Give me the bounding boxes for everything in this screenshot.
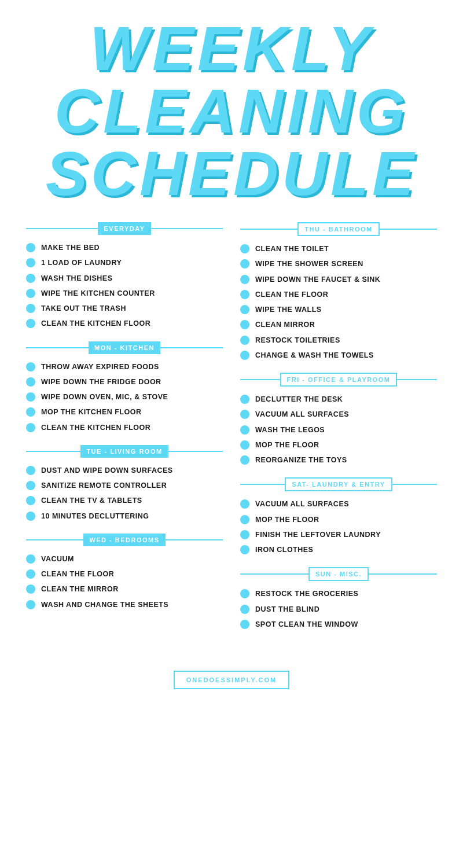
task-text: CLEAN THE FLOOR [255, 290, 328, 299]
list-item: MAKE THE BED [26, 243, 223, 252]
title-section: WEEKLY CLEANING SCHEDULE [0, 0, 463, 216]
list-item: TAKE OUT THE TRASH [26, 304, 223, 313]
header-line-left [26, 539, 83, 540]
task-text: WASH AND CHANGE THE SHEETS [41, 600, 168, 609]
header-line-left [26, 228, 98, 229]
header-line-right [168, 451, 223, 452]
section-tue: TUE - LIVING ROOM DUST AND WIPE DOWN SUR… [26, 445, 223, 521]
list-item: DECLUTTER THE DESK [240, 395, 437, 404]
task-dot [26, 407, 35, 417]
task-text: SPOT CLEAN THE WINDOW [255, 620, 358, 629]
header-line-right [369, 573, 437, 575]
task-dot [26, 554, 35, 564]
list-item: SANITIZE REMOTE CONTROLLER [26, 481, 223, 490]
task-dot [240, 244, 249, 253]
task-text: RESTOCK TOILETRIES [255, 336, 340, 345]
list-item: CLEAN THE TOILET [240, 244, 437, 253]
list-item: VACUUM [26, 554, 223, 564]
wed-badge: WED - BEDROOMS [83, 534, 165, 546]
task-dot [240, 410, 249, 419]
task-dot [240, 351, 249, 360]
task-text: 10 MINUTES DECLUTTERING [41, 512, 149, 521]
list-item: CHANGE & WASH THE TOWELS [240, 351, 437, 360]
task-text: WIPE DOWN THE FAUCET & SINK [255, 275, 380, 284]
list-item: RESTOCK TOILETRIES [240, 336, 437, 345]
task-dot [26, 362, 35, 372]
task-text: WASH THE LEGOS [255, 425, 325, 435]
mon-tasks: THROW AWAY EXPIRED FOODS WIPE DOWN THE F… [26, 362, 223, 432]
task-text: IRON CLOTHES [255, 545, 313, 554]
section-header-tue: TUE - LIVING ROOM [26, 445, 223, 458]
task-text: CHANGE & WASH THE TOWELS [255, 351, 374, 360]
task-text: DUST THE BLIND [255, 605, 319, 614]
header-line-right [380, 229, 437, 230]
right-column: THU - BATHROOM CLEAN THE TOILET WIPE THE… [232, 222, 446, 642]
footer: ONEDOESSIMPLY.COM [0, 659, 463, 701]
section-sat: SAT- LAUNDRY & ENTRY VACUUM ALL SURFACES… [240, 477, 437, 554]
title-line2: CLEANING [23, 80, 440, 142]
task-text: WASH THE DISHES [41, 274, 113, 283]
everyday-badge: EVERYDAY [98, 222, 150, 235]
fri-badge: FRI - OFFICE & PLAYROOM [280, 373, 398, 387]
list-item: WIPE DOWN THE FRIDGE DOOR [26, 377, 223, 387]
section-header-everyday: EVERYDAY [26, 222, 223, 235]
task-text: WIPE DOWN OVEN, MIC, & STOVE [41, 392, 168, 402]
header-line-left [26, 451, 80, 452]
list-item: CLEAN THE FLOOR [26, 569, 223, 579]
task-dot [240, 440, 249, 450]
task-dot [240, 455, 249, 465]
header-line-left [240, 484, 285, 485]
task-dot [26, 512, 35, 521]
task-text: MOP THE FLOOR [255, 515, 319, 524]
list-item: DUST THE BLIND [240, 605, 437, 614]
list-item: 1 LOAD OF LAUNDRY [26, 258, 223, 267]
task-dot [240, 259, 249, 269]
task-text: VACUUM [41, 554, 74, 564]
list-item: CLEAN THE KITCHEN FLOOR [26, 319, 223, 328]
task-dot [26, 584, 35, 594]
task-dot [26, 243, 35, 252]
list-item: VACUUM ALL SURFACES [240, 410, 437, 419]
section-header-wed: WED - BEDROOMS [26, 534, 223, 546]
sat-tasks: VACUUM ALL SURFACES MOP THE FLOOR FINISH… [240, 499, 437, 554]
task-dot [240, 425, 249, 435]
task-text: WIPE THE SHOWER SCREEN [255, 259, 363, 269]
task-text: SANITIZE REMOTE CONTROLLER [41, 481, 167, 490]
task-text: WIPE DOWN THE FRIDGE DOOR [41, 377, 161, 387]
task-dot [26, 423, 35, 432]
list-item: WASH THE LEGOS [240, 425, 437, 435]
task-text: WIPE THE WALLS [255, 305, 322, 314]
list-item: DUST AND WIPE DOWN SURFACES [26, 466, 223, 475]
header-line-right [397, 379, 437, 380]
task-dot [26, 377, 35, 387]
task-text: THROW AWAY EXPIRED FOODS [41, 362, 159, 372]
task-text: CLEAN THE KITCHEN FLOOR [41, 319, 150, 328]
task-dot [240, 545, 249, 554]
list-item: WIPE THE WALLS [240, 305, 437, 314]
header-line-left [240, 573, 308, 575]
everyday-tasks: MAKE THE BED 1 LOAD OF LAUNDRY WASH THE … [26, 243, 223, 329]
task-dot [240, 275, 249, 284]
task-text: WIPE THE KITCHEN COUNTER [41, 289, 155, 298]
task-dot [240, 395, 249, 404]
list-item: FINISH THE LEFTOVER LAUNDRY [240, 530, 437, 539]
section-header-sun: SUN - MISC. [240, 567, 437, 581]
list-item: 10 MINUTES DECLUTTERING [26, 512, 223, 521]
sat-badge: SAT- LAUNDRY & ENTRY [285, 477, 392, 491]
task-text: CLEAN THE TOILET [255, 244, 329, 253]
section-header-mon: MON - KITCHEN [26, 341, 223, 354]
section-header-thu: THU - BATHROOM [240, 222, 437, 236]
list-item: VACUUM ALL SURFACES [240, 499, 437, 509]
task-text: MAKE THE BED [41, 243, 100, 252]
task-text: DECLUTTER THE DESK [255, 395, 343, 404]
sun-badge: SUN - MISC. [308, 567, 369, 581]
section-thu: THU - BATHROOM CLEAN THE TOILET WIPE THE… [240, 222, 437, 360]
section-mon: MON - KITCHEN THROW AWAY EXPIRED FOODS W… [26, 341, 223, 432]
list-item: WIPE DOWN THE FAUCET & SINK [240, 275, 437, 284]
task-text: DUST AND WIPE DOWN SURFACES [41, 466, 173, 475]
list-item: MOP THE FLOOR [240, 515, 437, 524]
task-dot [26, 304, 35, 313]
list-item: THROW AWAY EXPIRED FOODS [26, 362, 223, 372]
list-item: WIPE DOWN OVEN, MIC, & STOVE [26, 392, 223, 402]
task-dot [240, 290, 249, 299]
